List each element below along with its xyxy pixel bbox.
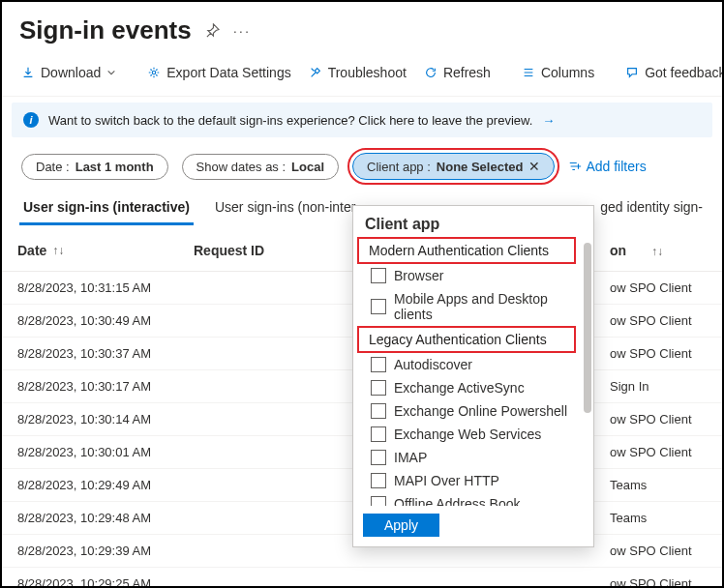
cell-date: 8/28/2023, 10:30:14 AM bbox=[17, 412, 194, 426]
dropdown-item-label: Browser bbox=[394, 268, 443, 283]
tools-icon bbox=[309, 66, 322, 79]
dropdown-item-label: Offline Address Book bbox=[394, 496, 520, 506]
dropdown-item-label: IMAP bbox=[394, 450, 427, 465]
download-button[interactable]: Download bbox=[15, 61, 122, 84]
columns-button[interactable]: Columns bbox=[516, 61, 600, 84]
checkbox[interactable] bbox=[371, 380, 386, 396]
info-icon: i bbox=[23, 112, 39, 128]
gear-icon bbox=[147, 66, 161, 79]
filter-date[interactable]: Date : Last 1 month bbox=[21, 154, 168, 180]
cell-app: ow SPO Client bbox=[610, 313, 707, 328]
dropdown-item-label: Autodiscover bbox=[394, 357, 472, 372]
dropdown-item[interactable]: Mobile Apps and Desktop clients bbox=[353, 287, 580, 326]
dropdown-item[interactable]: MAPI Over HTTP bbox=[353, 469, 580, 492]
cell-app: ow SPO Client bbox=[610, 445, 707, 459]
dropdown-title: Client app bbox=[353, 206, 593, 237]
cell-app: ow SPO Client bbox=[610, 280, 707, 295]
columns-label: Columns bbox=[541, 65, 594, 80]
dropdown-item[interactable]: Autodiscover bbox=[353, 353, 580, 376]
download-label: Download bbox=[41, 65, 101, 80]
filter-date-value: Last 1 month bbox=[75, 160, 154, 174]
dropdown-item-label: Mobile Apps and Desktop clients bbox=[394, 291, 570, 322]
arrow-right-icon: → bbox=[542, 113, 555, 128]
filter-date-label: Date : bbox=[36, 160, 70, 174]
dropdown-item[interactable]: Exchange Web Services bbox=[353, 423, 580, 446]
export-button[interactable]: Export Data Settings bbox=[141, 61, 296, 84]
sort-icon: ↑↓ bbox=[651, 245, 663, 258]
checkbox[interactable] bbox=[371, 450, 386, 465]
cell-date: 8/28/2023, 10:30:49 AM bbox=[17, 313, 194, 328]
column-date-label: Date bbox=[17, 243, 46, 258]
sort-icon: ↑↓ bbox=[52, 244, 64, 257]
dropdown-item[interactable]: IMAP bbox=[353, 446, 580, 469]
cell-app: ow SPO Client bbox=[610, 346, 707, 361]
infobar-text: Want to switch back to the default sign-… bbox=[48, 113, 532, 128]
filter-clientapp-label: Client app : bbox=[367, 160, 431, 174]
dropdown-item[interactable]: Exchange ActiveSync bbox=[353, 376, 580, 399]
filter-showdates[interactable]: Show dates as : Local bbox=[182, 154, 339, 180]
cell-app: ow SPO Client bbox=[610, 544, 707, 558]
cell-date: 8/28/2023, 10:30:37 AM bbox=[17, 346, 194, 361]
cell-app: Teams bbox=[610, 511, 707, 525]
checkbox[interactable] bbox=[371, 403, 386, 419]
cell-app: Sign In bbox=[610, 379, 707, 394]
group-legacy-auth: Legacy Authentication Clients bbox=[359, 328, 574, 351]
dropdown-item-label: Exchange Web Services bbox=[394, 426, 541, 442]
chevron-down-icon bbox=[106, 68, 116, 77]
tab-interactive[interactable]: User sign-ins (interactive) bbox=[19, 193, 194, 225]
checkbox[interactable] bbox=[371, 473, 386, 488]
dropdown-item-label: Exchange ActiveSync bbox=[394, 380, 525, 396]
dropdown-item-label: Exchange Online Powershell bbox=[394, 403, 567, 419]
checkbox[interactable] bbox=[371, 496, 386, 506]
column-date[interactable]: Date ↑↓ bbox=[17, 243, 194, 258]
filter-clientapp[interactable]: Client app : None Selected ✕ bbox=[352, 153, 555, 180]
dropdown-item[interactable]: Offline Address Book bbox=[353, 492, 580, 506]
add-filter-button[interactable]: Add filters bbox=[568, 159, 646, 174]
troubleshoot-label: Troubleshoot bbox=[328, 65, 407, 80]
refresh-label: Refresh bbox=[443, 65, 491, 80]
cell-app: ow SPO Client bbox=[610, 576, 707, 588]
columns-icon bbox=[522, 66, 535, 79]
feedback-button[interactable]: Got feedback? bbox=[619, 61, 724, 84]
column-app[interactable]: on ↑↓ bbox=[610, 243, 707, 258]
dropdown-item-label: MAPI Over HTTP bbox=[394, 473, 499, 488]
checkbox[interactable] bbox=[371, 357, 386, 372]
filter-showdates-label: Show dates as : bbox=[196, 160, 287, 174]
checkbox[interactable] bbox=[371, 299, 386, 314]
more-icon[interactable]: ··· bbox=[233, 22, 252, 39]
checkbox[interactable] bbox=[371, 268, 386, 283]
filter-showdates-value: Local bbox=[291, 160, 324, 174]
column-app-label: on bbox=[610, 243, 626, 258]
feedback-label: Got feedback? bbox=[645, 65, 724, 80]
troubleshoot-button[interactable]: Troubleshoot bbox=[303, 61, 412, 84]
cell-date: 8/28/2023, 10:30:01 AM bbox=[17, 445, 194, 459]
cell-date: 8/28/2023, 10:29:49 AM bbox=[17, 478, 194, 492]
group-modern-auth: Modern Authentication Clients bbox=[359, 239, 574, 262]
apply-button[interactable]: Apply bbox=[363, 514, 439, 537]
cell-date: 8/28/2023, 10:29:39 AM bbox=[17, 544, 194, 558]
clientapp-dropdown: Client app Modern Authentication Clients… bbox=[352, 205, 594, 547]
checkbox[interactable] bbox=[371, 426, 386, 442]
add-filter-icon bbox=[568, 160, 582, 173]
refresh-icon bbox=[424, 66, 437, 79]
cell-app: ow SPO Client bbox=[610, 412, 707, 426]
cell-date: 8/28/2023, 10:31:15 AM bbox=[17, 280, 194, 295]
cell-date: 8/28/2023, 10:29:48 AM bbox=[17, 511, 194, 525]
page-title: Sign-in events bbox=[19, 15, 192, 45]
scrollbar[interactable] bbox=[584, 243, 591, 413]
cell-date: 8/28/2023, 10:30:17 AM bbox=[17, 379, 194, 394]
dropdown-item[interactable]: Browser bbox=[353, 264, 580, 287]
svg-point-0 bbox=[153, 71, 157, 74]
tab-managed-identity[interactable]: ged identity sign- bbox=[596, 193, 707, 225]
cell-date: 8/28/2023, 10:29:25 AM bbox=[17, 576, 194, 588]
download-icon bbox=[21, 66, 35, 79]
table-row[interactable]: 8/28/2023, 10:29:25 AMow SPO Client bbox=[2, 568, 722, 588]
close-icon[interactable]: ✕ bbox=[528, 159, 540, 174]
preview-infobar[interactable]: i Want to switch back to the default sig… bbox=[12, 103, 712, 137]
feedback-icon bbox=[625, 66, 639, 79]
dropdown-item[interactable]: Exchange Online Powershell bbox=[353, 399, 580, 423]
pin-icon[interactable] bbox=[205, 23, 220, 38]
refresh-button[interactable]: Refresh bbox=[418, 61, 497, 84]
column-request[interactable]: Request ID bbox=[194, 243, 348, 258]
tab-noninteractive[interactable]: User sign-ins (non-inter bbox=[211, 193, 360, 225]
